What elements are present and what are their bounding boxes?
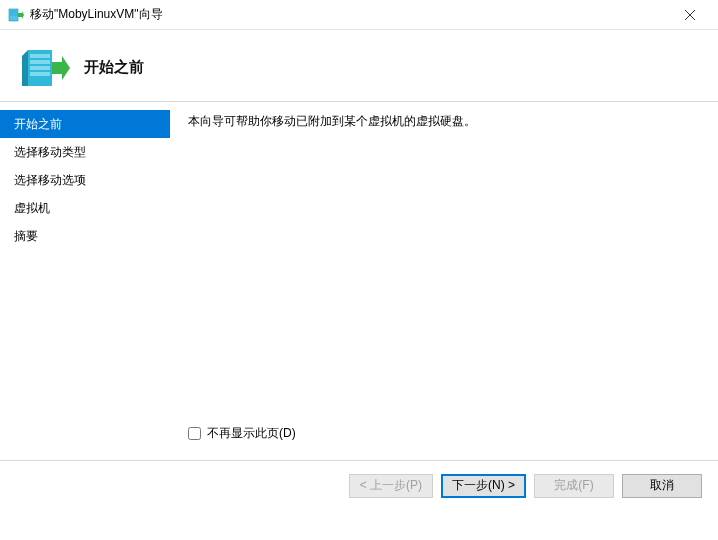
wizard-footer: < 上一步(P) 下一步(N) > 完成(F) 取消 — [0, 460, 718, 510]
app-icon — [8, 7, 24, 23]
close-button[interactable] — [670, 1, 710, 29]
cancel-button[interactable]: 取消 — [622, 474, 702, 498]
sidebar-item-before-you-begin[interactable]: 开始之前 — [0, 110, 170, 138]
finish-button: 完成(F) — [534, 474, 614, 498]
svg-rect-9 — [30, 60, 50, 64]
description-text: 本向导可帮助你移动已附加到某个虚拟机的虚拟硬盘。 — [188, 112, 700, 130]
dont-show-again-label: 不再显示此页(D) — [207, 425, 296, 442]
svg-rect-11 — [30, 72, 50, 76]
wizard-steps-sidebar: 开始之前 选择移动类型 选择移动选项 虚拟机 摘要 — [0, 102, 170, 460]
svg-marker-7 — [22, 50, 28, 86]
server-move-icon — [22, 46, 70, 90]
sidebar-item-move-options[interactable]: 选择移动选项 — [0, 166, 170, 194]
wizard-header: 开始之前 — [0, 30, 718, 102]
dont-show-again-checkbox[interactable] — [188, 427, 201, 440]
sidebar-item-summary[interactable]: 摘要 — [0, 222, 170, 250]
window-title: 移动"MobyLinuxVM"向导 — [30, 6, 670, 23]
wizard-content: 本向导可帮助你移动已附加到某个虚拟机的虚拟硬盘。 不再显示此页(D) — [170, 102, 718, 460]
svg-rect-8 — [30, 54, 50, 58]
content-spacer — [188, 130, 700, 421]
sidebar-item-move-type[interactable]: 选择移动类型 — [0, 138, 170, 166]
next-button[interactable]: 下一步(N) > — [441, 474, 526, 498]
dont-show-again-row[interactable]: 不再显示此页(D) — [188, 421, 700, 450]
sidebar-item-vm[interactable]: 虚拟机 — [0, 194, 170, 222]
titlebar: 移动"MobyLinuxVM"向导 — [0, 0, 718, 30]
prev-button: < 上一步(P) — [349, 474, 433, 498]
svg-rect-10 — [30, 66, 50, 70]
wizard-body: 开始之前 选择移动类型 选择移动选项 虚拟机 摘要 本向导可帮助你移动已附加到某… — [0, 102, 718, 460]
page-title: 开始之前 — [84, 58, 144, 77]
